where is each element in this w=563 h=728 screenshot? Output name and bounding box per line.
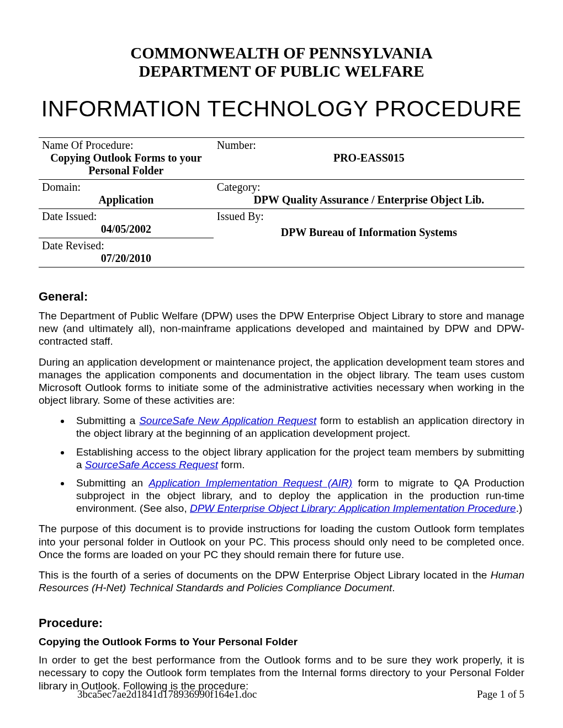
issued-label: Date Issued: [42, 210, 97, 222]
procedure-subheading: Copying the Outlook Forms to Your Person… [39, 636, 524, 648]
bullet-text: Submitting an [76, 477, 148, 489]
sourcesafe-new-app-link[interactable]: SourceSafe New Application Request [139, 415, 316, 426]
domain-label: Domain: [42, 181, 81, 193]
name-label: Name Of Procedure: [42, 139, 134, 151]
number-value: PRO-EASS015 [217, 152, 521, 164]
procedure-heading: Procedure: [39, 616, 524, 630]
procedure-paragraph-1: In order to get the best performance fro… [39, 654, 524, 692]
general-paragraph-3: The purpose of this document is to provi… [39, 522, 524, 561]
revised-label: Date Revised: [42, 239, 104, 251]
document-title: INFORMATION TECHNOLOGY PROCEDURE [39, 96, 524, 122]
domain-value: Application [42, 194, 210, 206]
general-paragraph-1: The Department of Public Welfare (DPW) u… [39, 309, 524, 348]
name-value: Copying Outlook Forms to your Personal F… [42, 152, 210, 177]
general-paragraph-2: During an application development or mai… [39, 356, 524, 407]
number-label: Number: [217, 139, 256, 151]
issuedby-value: DPW Bureau of Information Systems [217, 226, 521, 239]
metadata-table: Name Of Procedure: Copying Outlook Forms… [39, 137, 524, 267]
category-label: Category: [217, 181, 261, 193]
issued-value: 04/05/2002 [42, 223, 210, 235]
footer-page-number: Page 1 of 5 [477, 688, 524, 700]
bullet-text: form. [218, 459, 245, 470]
list-item: Establishing access to the object librar… [71, 446, 524, 471]
revised-value: 07/20/2010 [42, 252, 210, 265]
category-value: DPW Quality Assurance / Enterprise Objec… [217, 194, 521, 206]
sourcesafe-access-link[interactable]: SourceSafe Access Request [85, 459, 218, 470]
implementation-procedure-link[interactable]: DPW Enterprise Object Library: Applicati… [190, 502, 516, 514]
general-paragraph-4: This is the fourth of a series of docume… [39, 569, 524, 594]
bullet-text: Submitting a [76, 415, 139, 426]
general-heading: General: [39, 290, 524, 304]
list-item: Submitting a SourceSafe New Application … [71, 414, 524, 440]
issuedby-label: Issued By: [217, 210, 264, 222]
bullet-text: .) [516, 502, 523, 514]
org-line-1: COMMONWEALTH OF PENNSYLVANIA [39, 44, 524, 62]
footer-filename: 3bca5ec7ae2d1841d178936990f164e1.doc [39, 688, 257, 700]
activities-list: Submitting a SourceSafe New Application … [39, 414, 524, 515]
page-footer: 3bca5ec7ae2d1841d178936990f164e1.doc Pag… [39, 688, 524, 700]
list-item: Submitting an Application Implementation… [71, 477, 524, 515]
air-link[interactable]: Application Implementation Request (AIR) [148, 477, 352, 489]
org-line-2: DEPARTMENT OF PUBLIC WELFARE [39, 62, 524, 81]
page-container: COMMONWEALTH OF PENNSYLVANIA DEPARTMENT … [0, 0, 563, 728]
